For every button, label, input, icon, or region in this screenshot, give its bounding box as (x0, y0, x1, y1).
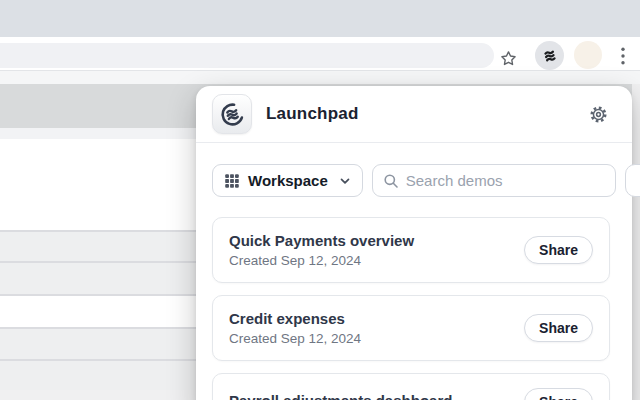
demo-card-text: Credit expenses Created Sep 12, 2024 (229, 310, 361, 346)
share-button[interactable]: Share (524, 236, 593, 264)
chevron-down-icon (339, 175, 351, 187)
demo-list: Quick Payments overview Created Sep 12, … (196, 197, 632, 400)
profile-avatar[interactable] (574, 41, 602, 69)
popup-header: Launchpad (196, 86, 632, 143)
demo-title: Payroll adjustments dashboard (229, 392, 452, 400)
extension-button[interactable] (535, 41, 564, 70)
demo-title: Credit expenses (229, 310, 361, 327)
browser-menu-button[interactable] (613, 45, 633, 67)
demo-card-quick-payments[interactable]: Quick Payments overview Created Sep 12, … (212, 217, 610, 283)
launchpad-popup: Launchpad (196, 86, 632, 400)
demo-created: Created Sep 12, 2024 (229, 253, 414, 268)
demo-card-text: Quick Payments overview Created Sep 12, … (229, 232, 414, 268)
extension-logo-icon (542, 48, 558, 64)
workspace-dropdown[interactable]: Workspace (212, 164, 363, 197)
demo-card-credit-expenses[interactable]: Credit expenses Created Sep 12, 2024 Sha… (212, 295, 610, 361)
search-icon (383, 173, 399, 189)
demo-created: Created Sep 12, 2024 (229, 331, 361, 346)
search-field (372, 164, 616, 197)
settings-button[interactable] (586, 102, 610, 126)
popup-controls: Workspace (196, 143, 632, 197)
browser-window: Launchpad (0, 0, 640, 400)
bookmarks-strip (0, 71, 640, 84)
demo-card-payroll-adjustments[interactable]: Payroll adjustments dashboard Share (212, 373, 610, 400)
address-bar[interactable] (0, 43, 494, 68)
search-input[interactable] (406, 172, 605, 189)
tab-strip (0, 0, 640, 37)
workspace-label: Workspace (248, 172, 328, 189)
star-icon (500, 50, 517, 67)
demo-card-text: Payroll adjustments dashboard (229, 392, 452, 400)
demo-title: Quick Payments overview (229, 232, 414, 249)
filter-button[interactable] (625, 164, 640, 197)
popup-title: Launchpad (266, 104, 358, 124)
share-button[interactable]: Share (524, 314, 593, 342)
grid-icon (224, 173, 240, 189)
share-button[interactable]: Share (524, 388, 593, 400)
kebab-dots-icon (621, 47, 625, 65)
gear-icon (589, 105, 608, 124)
bookmark-button[interactable] (497, 47, 519, 69)
launchpad-logo (212, 94, 252, 134)
